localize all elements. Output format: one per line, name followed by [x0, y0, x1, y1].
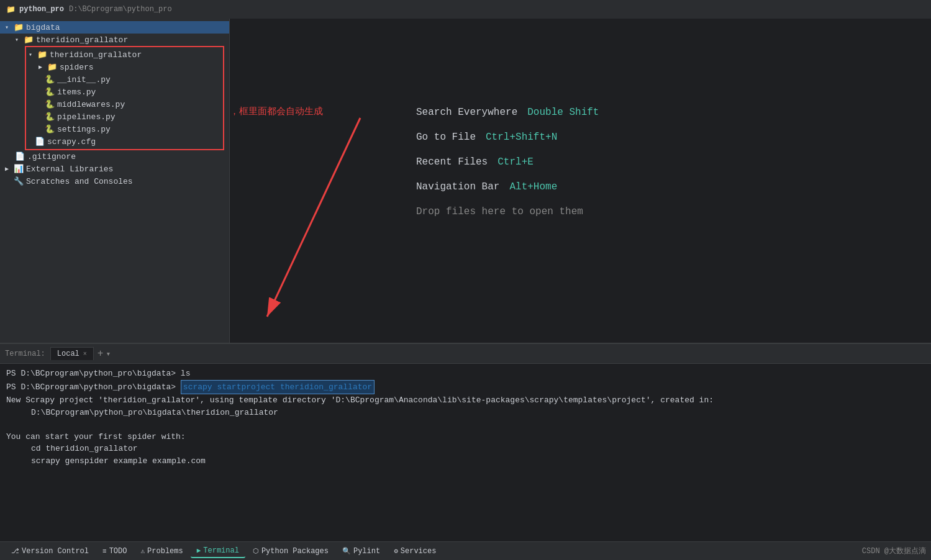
- sidebar-item-middlewares[interactable]: 🐍 middlewares.py: [26, 98, 223, 111]
- bottom-tab-label: Services: [401, 547, 437, 556]
- bottom-tab-problems[interactable]: ⚠ Problems: [134, 545, 189, 558]
- terminal-line-3: New Scrapy project 'theridion_grallator'…: [6, 394, 925, 407]
- bottom-tabs: ⎇ Version Control ≡ TODO ⚠ Problems ▶ Te…: [5, 544, 442, 558]
- bottom-tab-python-packages[interactable]: ⬡ Python Packages: [247, 545, 335, 558]
- bottom-tab-label: Version Control: [22, 547, 89, 556]
- annotation-text: 执行命令，框里面都会自动生成: [230, 106, 323, 117]
- project-name: python_pro: [19, 5, 64, 14]
- folder-icon: 📁: [14, 22, 24, 32]
- py-file-icon: 🐍: [45, 99, 55, 109]
- terminal-add-btn[interactable]: +: [98, 348, 104, 359]
- py-file-icon: 🐍: [45, 124, 55, 134]
- bottom-bar-right-text: CSDN @大数据点滴: [862, 546, 926, 556]
- terminal-tab-label: Local: [57, 350, 79, 358]
- terminal-section: Terminal: Local × + ▾ PS D:\BCprogram\py…: [0, 343, 931, 541]
- bottom-tab-label: Pylint: [353, 547, 380, 556]
- terminal-close-btn[interactable]: ×: [83, 351, 87, 358]
- sidebar-item-scratches[interactable]: 🔧 Scratches and Consoles: [0, 175, 229, 187]
- bottom-tab-pylint[interactable]: 🔍 Pylint: [336, 545, 386, 558]
- py-file-icon: 🐍: [45, 75, 55, 84]
- navigation-bar-shortcut: Alt+Home: [509, 181, 557, 192]
- title-bar: 📁 python_pro D:\BCprogram\python_pro: [0, 0, 931, 19]
- problems-icon: ⚠: [140, 547, 145, 555]
- pylint-icon: 🔍: [342, 547, 351, 555]
- terminal-line-6: cd theridion_grallator: [6, 443, 925, 455]
- terminal-line-1: PS D:\BCprogram\python_pro\bigdata> ls: [6, 368, 925, 380]
- sidebar-item-init[interactable]: 🐍 __init__.py: [26, 73, 223, 86]
- sidebar-item-label: theridion_grallator: [50, 50, 142, 60]
- drop-files-text: Drop files here to open them: [416, 206, 599, 217]
- bottom-tab-terminal[interactable]: ▶ Terminal: [191, 544, 245, 558]
- sidebar-item-label: items.py: [57, 88, 96, 97]
- sidebar-item-label: .gitignore: [27, 152, 76, 161]
- libs-icon: 📊: [14, 164, 24, 174]
- sidebar: ▾ 📁 bigdata ▾ 📁 theridion_grallator ▾ 📁 …: [0, 19, 230, 343]
- terminal-line-5: You can start your first spider with:: [6, 431, 925, 443]
- sidebar-item-label: theridion_grallator: [36, 35, 128, 45]
- terminal-tabs-bar: Terminal: Local × + ▾: [0, 344, 931, 364]
- python-packages-icon: ⬡: [253, 547, 259, 555]
- editor-area: 执行命令，框里面都会自动生成 Search Everywhere Double …: [230, 19, 931, 343]
- terminal-content[interactable]: PS D:\BCprogram\python_pro\bigdata> ls P…: [0, 364, 931, 541]
- go-to-file-label: Go to File: [416, 132, 476, 143]
- go-to-file-shortcut: Ctrl+Shift+N: [486, 132, 557, 143]
- arrow-icon: ▾: [15, 36, 22, 43]
- welcome-screen: 执行命令，框里面都会自动生成 Search Everywhere Double …: [230, 19, 931, 343]
- folder-icon: 📁: [6, 5, 16, 14]
- sidebar-item-label: bigdata: [26, 23, 60, 32]
- py-file-icon: 🐍: [45, 112, 55, 122]
- sidebar-item-label: scrapy.cfg: [47, 137, 96, 147]
- sidebar-item-label: settings.py: [57, 125, 111, 134]
- sidebar-item-theridion-inner[interactable]: ▾ 📁 theridion_grallator: [26, 48, 223, 61]
- terminal-line-7: scrapy genspider example example.com: [6, 455, 925, 467]
- version-control-icon: ⎇: [11, 547, 19, 555]
- recent-files-label: Recent Files: [416, 156, 488, 168]
- bottom-tab-version-control[interactable]: ⎇ Version Control: [5, 545, 95, 558]
- bottom-tab-services[interactable]: ⚙ Services: [388, 545, 442, 558]
- arrow-icon: ▶: [39, 63, 46, 71]
- gitignore-icon: 📄: [15, 151, 25, 161]
- arrow-icon: ▾: [5, 24, 12, 31]
- bottom-tab-label: Python Packages: [261, 547, 329, 556]
- sidebar-item-label: pipelines.py: [57, 112, 116, 122]
- sidebar-item-theridion-outer[interactable]: ▾ 📁 theridion_grallator: [0, 34, 229, 46]
- sidebar-item-label: __init__.py: [57, 75, 111, 84]
- terminal-tab-local[interactable]: Local ×: [50, 347, 94, 360]
- recent-files-row: Recent Files Ctrl+E: [416, 156, 599, 168]
- sidebar-item-label: middlewares.py: [57, 100, 125, 109]
- sidebar-item-gitignore[interactable]: 📄 .gitignore: [0, 150, 229, 163]
- sidebar-item-label: Scratches and Consoles: [26, 177, 133, 186]
- todo-icon: ≡: [102, 548, 107, 555]
- sidebar-item-scrapy-cfg[interactable]: 📄 scrapy.cfg: [26, 135, 223, 148]
- bottom-tab-label: TODO: [109, 547, 127, 556]
- search-everywhere-row: Search Everywhere Double Shift: [416, 107, 599, 118]
- sidebar-item-items[interactable]: 🐍 items.py: [26, 86, 223, 98]
- sidebar-item-label: External Libraries: [26, 165, 113, 174]
- services-icon: ⚙: [394, 547, 398, 555]
- go-to-file-row: Go to File Ctrl+Shift+N: [416, 132, 599, 143]
- bottom-tab-label: Problems: [147, 547, 183, 556]
- cfg-file-icon: 📄: [35, 137, 45, 147]
- bottom-bar: ⎇ Version Control ≡ TODO ⚠ Problems ▶ Te…: [0, 541, 931, 560]
- arrow-icon: ▾: [29, 51, 36, 58]
- terminal-icon: ▶: [197, 546, 201, 554]
- py-file-icon: 🐍: [45, 87, 55, 97]
- terminal-chevron[interactable]: ▾: [106, 349, 111, 359]
- search-everywhere-label: Search Everywhere: [416, 107, 517, 118]
- recent-files-shortcut: Ctrl+E: [497, 156, 534, 168]
- sidebar-item-settings[interactable]: 🐍 settings.py: [26, 123, 223, 135]
- main-area: ▾ 📁 bigdata ▾ 📁 theridion_grallator ▾ 📁 …: [0, 19, 931, 343]
- sidebar-item-bigdata[interactable]: ▾ 📁 bigdata: [0, 21, 229, 34]
- folder-icon: 📁: [47, 62, 57, 72]
- sidebar-item-external-libs[interactable]: ▶ 📊 External Libraries: [0, 163, 229, 175]
- svg-line-1: [267, 118, 360, 317]
- sidebar-item-pipelines[interactable]: 🐍 pipelines.py: [26, 111, 223, 123]
- terminal-line-2: PS D:\BCprogram\python_pro\bigdata> scra…: [6, 380, 925, 395]
- bottom-tab-label: Terminal: [203, 546, 239, 555]
- sidebar-item-spiders[interactable]: ▶ 📁 spiders: [26, 61, 223, 73]
- scratches-icon: 🔧: [14, 176, 24, 186]
- bottom-tab-todo[interactable]: ≡ TODO: [96, 545, 133, 558]
- navigation-bar-label: Navigation Bar: [416, 181, 499, 192]
- project-path: D:\BCprogram\python_pro: [69, 5, 172, 14]
- arrow-icon: ▶: [5, 165, 12, 173]
